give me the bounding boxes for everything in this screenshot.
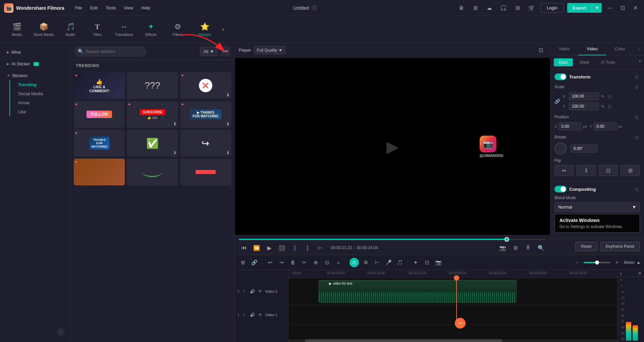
tl-add-track-button[interactable]: ⊞ (238, 258, 248, 267)
sub-tabs-more[interactable]: › (639, 58, 641, 66)
scale-x-input[interactable] (569, 92, 599, 100)
quality-selector[interactable]: Full Quality ▼ (254, 46, 285, 54)
tl-undo-button[interactable]: ↩ (265, 258, 275, 267)
position-y-input[interactable] (593, 122, 617, 130)
tl-delete-button[interactable]: 🗑 (288, 258, 298, 267)
sticker-subscribe[interactable]: ♥ SUBSCRIBE 👍 Like ⬇ (127, 101, 178, 128)
tl-scrollbar[interactable] (288, 339, 617, 342)
mine-section-header[interactable]: ▶ Mine (4, 48, 66, 57)
sticker-follow[interactable]: ♥ FOLLOW (74, 101, 125, 128)
tl-pip-btn[interactable]: ⊡ (422, 258, 432, 267)
minimize-button[interactable]: ─ (605, 3, 614, 13)
rotate-input[interactable] (571, 145, 597, 153)
tl-zoom-in-button[interactable]: ＋ (612, 258, 622, 267)
tab-video[interactable]: Video (550, 43, 578, 55)
sub-tab-basic[interactable]: Basic (554, 58, 573, 66)
export-label[interactable]: Export (567, 3, 592, 13)
filter-all-dropdown[interactable]: All ▼ (200, 47, 218, 56)
keyframe-panel-button[interactable]: Keyframe Panel (600, 242, 640, 251)
tab-color[interactable]: Color (606, 43, 634, 55)
step-back-button[interactable]: ⏪ (252, 243, 262, 253)
menu-help[interactable]: Help (137, 3, 154, 12)
play-pause-button[interactable]: ▶ (264, 243, 274, 253)
reset-button[interactable]: Reset (575, 242, 597, 251)
close-button[interactable]: ✕ (631, 3, 640, 13)
tl-playhead-btn[interactable]: ⊙ (350, 258, 359, 267)
scale-y-input[interactable] (569, 102, 599, 110)
menu-file[interactable]: File (71, 3, 86, 12)
sticker-red-bar[interactable] (180, 159, 231, 185)
nav-arrow[interactable]: Arrow (10, 98, 66, 107)
menu-edit[interactable]: Edit (86, 3, 102, 12)
menu-tools[interactable]: Tools (102, 3, 120, 12)
tl-redo-button[interactable]: ↪ (277, 258, 286, 267)
audio-mix-button[interactable]: 🎚 (523, 243, 533, 253)
video2-visibility-icon[interactable]: 👁 (257, 288, 264, 295)
tl-link-button[interactable]: 🔗 (250, 258, 259, 267)
tl-settings-btn[interactable]: ⚙ (361, 258, 370, 267)
more-options-button[interactable]: ••• (220, 46, 230, 56)
flip-vertical-button[interactable]: ⇕ (577, 165, 596, 176)
ai-sticker-header[interactable]: ▶ AI Sticker AI (4, 59, 66, 68)
scale-keyframe-diamond[interactable]: ◇ (633, 83, 640, 90)
rotate-dial[interactable] (554, 142, 567, 155)
sticker-question-marks[interactable]: ??? (127, 72, 178, 99)
tool-stock-media[interactable]: 📦 Stock Media (30, 17, 57, 42)
sub-tab-ai-tools[interactable]: AI Tools (596, 58, 620, 66)
shop-icon-btn[interactable]: 🛒 (526, 3, 537, 13)
bracket-close-button[interactable]: } (303, 243, 313, 253)
tl-zoom-slider[interactable] (584, 262, 610, 263)
sticker-orange-bg[interactable]: ♥ (74, 159, 125, 185)
download-icon-5[interactable]: ⬇ (173, 121, 177, 126)
download-icon-3[interactable]: ⬇ (226, 93, 230, 98)
tool-audio[interactable]: 🎵 Audio (57, 17, 84, 42)
video1-volume-icon[interactable]: 🔊 (249, 311, 256, 318)
compositing-toggle[interactable] (554, 186, 567, 192)
stickers-section-header[interactable]: ▼ Stickers (4, 71, 66, 80)
tl-mic-btn[interactable]: 🎤 (384, 258, 393, 267)
maximize-button[interactable]: ⊡ (618, 3, 627, 13)
settings-button[interactable]: ⚙ (511, 243, 521, 253)
tool-titles[interactable]: T Titles (84, 17, 111, 42)
stop-button[interactable]: ⬛ (277, 243, 287, 253)
tool-stickers[interactable]: ⭐ Stickers (191, 17, 218, 42)
position-x-input[interactable] (558, 122, 582, 130)
tl-cut-button[interactable]: ✂ (300, 258, 309, 267)
tool-effects[interactable]: ✦ Effects (138, 17, 164, 42)
scale-y-diamond[interactable]: ◇ (606, 103, 613, 110)
tl-snapshot-btn[interactable]: 📷 (434, 258, 443, 267)
right-tabs-more[interactable]: › (634, 43, 644, 55)
sticker-x-circle[interactable]: ♥ ✕ ⬇ (180, 72, 231, 99)
mark-in-button[interactable]: ⊢ (315, 243, 325, 253)
flip-btn-4[interactable]: ⊞ (621, 165, 640, 176)
tl-trim-button[interactable]: ⊡ (322, 258, 332, 267)
nav-social-media[interactable]: Social Media (10, 89, 66, 98)
tl-music-btn[interactable]: 🎵 (395, 258, 405, 267)
nav-trending[interactable]: Trending (10, 80, 66, 89)
login-button[interactable]: Login (540, 3, 564, 13)
skip-back-button[interactable]: ⏮ (239, 243, 249, 253)
video1-visibility-icon[interactable]: 👁 (257, 311, 264, 318)
tl-split-audio-btn[interactable]: ⊢ (372, 258, 382, 267)
transform-toggle[interactable] (554, 73, 567, 80)
sticker-thanks-watching-blue[interactable]: ♥ THANKSFORWATCHING (74, 130, 125, 157)
tab-audio[interactable]: Video (578, 43, 606, 55)
download-icon-6[interactable]: ⬇ (226, 121, 230, 126)
download-icon-9[interactable]: ⬇ (226, 150, 230, 155)
tl-more-button[interactable]: » (334, 258, 343, 267)
transform-keyframe-diamond[interactable]: ◇ (633, 73, 640, 80)
export-dropdown-arrow[interactable]: ▼ (592, 3, 602, 13)
nav-like[interactable]: Like (10, 107, 66, 116)
position-keyframe-diamond[interactable]: ◇ (633, 114, 640, 120)
video-clip[interactable]: ▶ video for test (319, 280, 517, 303)
scale-x-diamond[interactable]: ◇ (606, 93, 613, 100)
sticker-curve-green[interactable] (127, 159, 178, 185)
sticker-search-input[interactable] (74, 47, 146, 56)
monitor-icon-btn[interactable]: 🖥 (456, 3, 467, 13)
download-icon-8[interactable]: ⬇ (173, 150, 177, 155)
progress-thumb[interactable] (504, 237, 509, 242)
flip-btn-3[interactable]: ⊡ (599, 165, 618, 176)
meter-header-btn[interactable]: Meter ▲ (624, 260, 641, 265)
sticker-undo-arrow[interactable]: ↩ ⬇ (180, 130, 231, 157)
sticker-like-comment[interactable]: ♥ 👍 LIKE &COMMENT! (74, 72, 125, 99)
